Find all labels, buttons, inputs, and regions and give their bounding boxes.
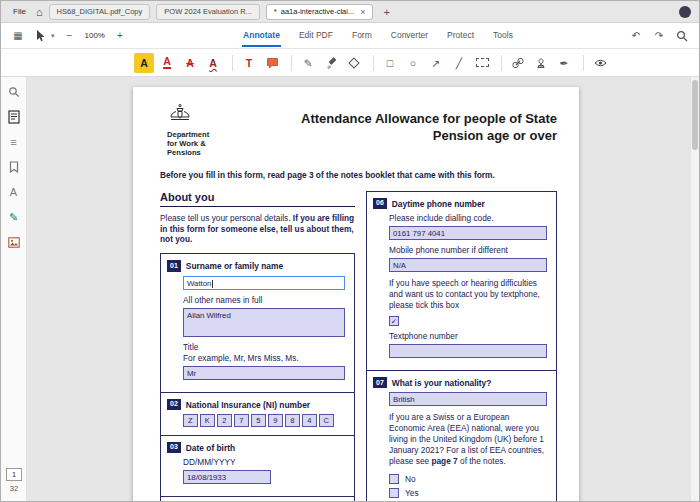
current-page-input[interactable]: 1 [6, 468, 22, 481]
vertical-scrollbar[interactable] [690, 77, 699, 501]
question-number-badge: 01 [167, 260, 181, 271]
ni-char-input[interactable]: 4 [302, 414, 317, 427]
other-names-label: All other names in full [183, 295, 345, 305]
sidebar-bookmark-icon[interactable] [4, 156, 24, 178]
question-02-body: Z K 2 7 5 9 8 4 C [183, 414, 345, 427]
cloud-rect-tool-icon[interactable] [472, 53, 492, 73]
zoom-level[interactable]: 100% [85, 31, 105, 40]
home-icon[interactable]: ⌂ [36, 6, 43, 18]
select-cursor-icon[interactable] [33, 27, 47, 45]
ellipse-tool-icon[interactable]: ○ [403, 53, 423, 73]
question-03-body: DD/MM/YYYY 18/08/1933 [183, 457, 345, 484]
eea-note: If you are a Swiss or a European Economi… [389, 412, 547, 467]
form-column-left: About you Please tell us your personal d… [160, 191, 355, 501]
ni-char-input[interactable]: C [319, 414, 334, 427]
grid-view-icon[interactable]: ▦ [11, 27, 25, 45]
rectangle-tool-icon[interactable]: □ [380, 53, 400, 73]
arrow-tool-icon[interactable]: ↗ [426, 53, 446, 73]
question-06-header: 06 Daytime phone number [373, 198, 550, 209]
squiggly-tool-icon[interactable]: A [203, 53, 223, 73]
toolbar-divider [232, 55, 233, 71]
ni-char-input[interactable]: 5 [251, 414, 266, 427]
close-tab-icon[interactable]: × [360, 7, 365, 17]
tab-protect[interactable]: Protect [446, 25, 475, 47]
new-tab-button[interactable]: + [379, 6, 393, 18]
sidebar-outline-icon[interactable]: ≡ [4, 131, 24, 153]
zoom-out-button[interactable]: − [63, 27, 77, 45]
comment-tool-icon[interactable] [262, 53, 282, 73]
royal-crest-icon [167, 103, 193, 125]
document-tab-1[interactable]: HS68_DIGITAL.pdf_Copy [49, 4, 151, 20]
tab-label: aa1a-interactive-clai... [281, 7, 354, 16]
tab-converter[interactable]: Converter [390, 25, 429, 47]
no-checkbox[interactable] [389, 474, 399, 484]
stamp-tool-icon[interactable] [531, 53, 551, 73]
dwp-logo-text: Department for Work & Pensions [167, 131, 245, 158]
cursor-dropdown-icon[interactable]: ▾ [51, 32, 55, 40]
tab-annotate[interactable]: Annotate [242, 25, 281, 47]
textphone-number-input[interactable] [389, 344, 547, 358]
toolbar-divider [291, 55, 292, 71]
ni-char-input[interactable]: 2 [217, 414, 232, 427]
toolbar-mode-tabs: Annotate Edit PDF Form Converter Protect… [242, 25, 514, 47]
highlight-tool-icon[interactable]: A [134, 53, 154, 73]
sidebar-search-icon[interactable] [4, 81, 24, 103]
textphone-checkbox[interactable]: ✓ [389, 316, 399, 326]
eraser-tool-icon[interactable] [344, 53, 364, 73]
textphone-number-label: Textphone number [389, 331, 547, 341]
mobile-phone-input[interactable]: N/A [389, 258, 547, 272]
form-column-right: 06 Daytime phone number Please include d… [366, 191, 557, 501]
document-tab-2[interactable]: POW 2024 Evaluation R... [156, 4, 260, 20]
main-toolbar: ▦ ▾ − 100% + Annotate Edit PDF Form Conv… [1, 23, 699, 49]
account-avatar[interactable] [679, 6, 691, 18]
signature-tool-icon[interactable]: ✒ [554, 53, 574, 73]
sidebar-thumbnails-icon[interactable] [4, 106, 24, 128]
file-menu[interactable]: File [9, 5, 30, 18]
ni-char-input[interactable]: 8 [285, 414, 300, 427]
question-03-label: Date of birth [186, 442, 235, 453]
search-icon[interactable] [675, 27, 689, 45]
ni-char-input[interactable]: K [200, 414, 215, 427]
question-02-header: 02 National Insurance (NI) number [167, 399, 348, 410]
sidebar-sign-icon[interactable]: ✎ [4, 206, 24, 228]
pen-tool-icon[interactable]: ✎ [298, 53, 318, 73]
eraser-shape [348, 57, 359, 68]
tab-form[interactable]: Form [351, 25, 373, 47]
scrollbar-thumb[interactable] [692, 80, 698, 150]
option-row-yes: Yes [389, 488, 547, 498]
toolbar-divider [583, 55, 584, 71]
yes-checkbox[interactable] [389, 488, 399, 498]
sidebar-annotations-icon[interactable]: A [4, 181, 24, 203]
highlighter-tool-icon[interactable] [321, 53, 341, 73]
nationality-input[interactable]: British [389, 392, 547, 406]
free-text-tool-icon[interactable]: T [239, 53, 259, 73]
section-heading-about-you: About you [160, 191, 355, 207]
daytime-phone-input[interactable]: 0161 797 4041 [389, 226, 547, 240]
tab-tools[interactable]: Tools [492, 25, 514, 47]
eye-view-tool-icon[interactable] [590, 53, 610, 73]
no-label: No [405, 474, 416, 484]
page-navigation: 1 32 [1, 468, 27, 493]
date-format-hint: DD/MM/YYYY [183, 457, 345, 467]
textphone-note: If you have speech or hearing difficulti… [389, 278, 547, 311]
surname-input[interactable]: Watton [183, 276, 345, 290]
zoom-in-button[interactable]: + [113, 27, 127, 45]
sidebar-images-icon[interactable] [4, 231, 24, 253]
tab-edit-pdf[interactable]: Edit PDF [298, 25, 334, 47]
form-title: Attendance Allowance for people of State… [257, 111, 557, 145]
strikeout-tool-icon[interactable]: A [180, 53, 200, 73]
date-of-birth-input[interactable]: 18/08/1933 [183, 470, 271, 484]
line-tool-icon[interactable]: ╱ [449, 53, 469, 73]
redo-icon[interactable]: ↷ [652, 27, 666, 45]
document-tab-3-active[interactable]: * aa1a-interactive-clai... × [266, 4, 374, 20]
title-label: Title [183, 342, 345, 352]
question-07-header: 07 What is your nationality? [373, 377, 550, 388]
ni-char-input[interactable]: 9 [268, 414, 283, 427]
underline-tool-icon[interactable]: A [157, 53, 177, 73]
other-names-input[interactable]: Allan Wilfred [183, 308, 345, 337]
title-input[interactable]: Mr [183, 366, 345, 380]
link-tool-icon[interactable] [508, 53, 528, 73]
ni-char-input[interactable]: Z [183, 414, 198, 427]
undo-icon[interactable]: ↶ [629, 27, 643, 45]
ni-char-input[interactable]: 7 [234, 414, 249, 427]
